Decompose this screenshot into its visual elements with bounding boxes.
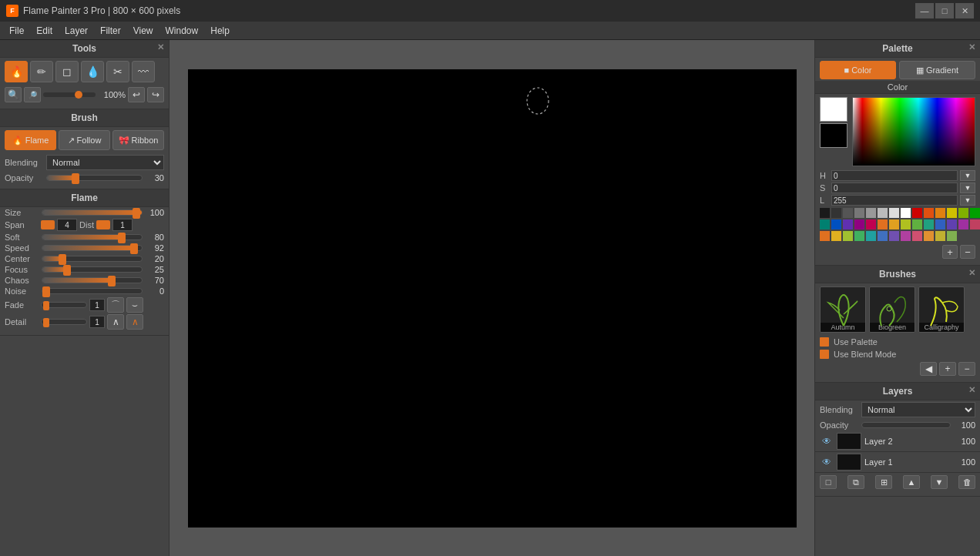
brush-add-btn[interactable]: +	[939, 362, 956, 376]
new-layer-btn[interactable]: □	[820, 475, 837, 489]
color-swatch[interactable]	[935, 219, 945, 229]
brush-remove-btn[interactable]: −	[958, 362, 975, 376]
canvas-area[interactable]	[169, 40, 814, 556]
color-swatch[interactable]	[854, 208, 864, 218]
close-button[interactable]: ✕	[955, 3, 974, 18]
color-swatch[interactable]	[947, 219, 957, 229]
brush-prev-btn[interactable]: ◀	[920, 362, 937, 376]
blending-select[interactable]: Normal	[46, 155, 164, 170]
color-swatch[interactable]	[866, 231, 876, 241]
wave-tool-btn[interactable]: 〰	[132, 61, 155, 82]
palette-close[interactable]: ✕	[968, 42, 975, 52]
s-down-btn[interactable]: ▼	[960, 183, 975, 193]
color-swatch[interactable]	[889, 219, 899, 229]
color-swatch[interactable]	[958, 208, 968, 218]
maximize-button[interactable]: □	[935, 3, 954, 18]
fade-curve-btn2[interactable]: ⌣	[126, 297, 143, 313]
color-swatch[interactable]	[854, 219, 864, 229]
color-swatch[interactable]	[820, 208, 830, 218]
color-swatch[interactable]	[901, 219, 911, 229]
l-down-btn[interactable]: ▼	[960, 195, 975, 206]
detail-slider[interactable]	[41, 319, 87, 325]
gradient-tab-btn[interactable]: ▦ Gradient	[899, 61, 975, 79]
l-input[interactable]	[831, 195, 958, 206]
detail-curve-btn1[interactable]: ∧	[107, 314, 124, 330]
color-swatch[interactable]	[889, 231, 899, 241]
span-mini-slider[interactable]	[41, 220, 55, 229]
color-swatch[interactable]	[912, 231, 922, 241]
soft-slider[interactable]	[42, 234, 143, 240]
opacity-slider[interactable]	[46, 175, 143, 181]
center-slider[interactable]	[42, 256, 143, 262]
eraser-tool-btn[interactable]: ◻	[55, 61, 79, 82]
color-swatch[interactable]	[947, 208, 957, 218]
foreground-swatch[interactable]	[820, 97, 847, 122]
color-swatch[interactable]	[820, 231, 830, 241]
h-input[interactable]	[831, 170, 958, 181]
color-swatch[interactable]	[878, 231, 888, 241]
color-swatch[interactable]	[820, 219, 830, 229]
tools-close[interactable]: ✕	[157, 42, 164, 52]
menu-view[interactable]: View	[127, 24, 159, 38]
color-swatch[interactable]	[831, 219, 841, 229]
color-swatch[interactable]	[924, 219, 934, 229]
color-swatch[interactable]	[912, 208, 922, 218]
color-picker[interactable]	[852, 97, 975, 166]
color-swatch[interactable]	[866, 219, 876, 229]
color-swatch[interactable]	[889, 208, 899, 218]
detail-curve-btn2[interactable]: ∧	[126, 314, 143, 330]
layers-close[interactable]: ✕	[968, 385, 975, 395]
redo-btn[interactable]: ↪	[147, 87, 164, 102]
layers-opacity-slider[interactable]	[861, 422, 951, 428]
undo-btn[interactable]: ↩	[128, 87, 145, 102]
color-swatch[interactable]	[924, 231, 934, 241]
focus-slider[interactable]	[42, 266, 143, 273]
color-swatch[interactable]	[935, 208, 945, 218]
dropper-tool-btn[interactable]: 💧	[81, 61, 104, 82]
speed-slider[interactable]	[42, 245, 143, 251]
color-swatch[interactable]	[901, 231, 911, 241]
size-slider[interactable]	[42, 209, 143, 216]
color-swatch[interactable]	[901, 208, 911, 218]
color-swatch[interactable]	[958, 219, 968, 229]
fade-slider[interactable]	[41, 302, 87, 308]
layers-blend-select[interactable]: Normal	[861, 402, 975, 417]
flame-mode-btn[interactable]: 🔥 Flame	[5, 130, 56, 150]
menu-layer[interactable]: Layer	[59, 24, 94, 38]
color-swatch[interactable]	[843, 208, 853, 218]
color-swatch[interactable]	[935, 231, 945, 241]
drawing-canvas[interactable]	[188, 69, 797, 528]
noise-slider[interactable]	[42, 288, 143, 294]
color-swatch[interactable]	[970, 208, 980, 218]
zoom-out-btn[interactable]: 🔍	[5, 87, 22, 102]
move-down-btn[interactable]: ▼	[931, 475, 948, 489]
color-swatch[interactable]	[831, 208, 841, 218]
color-swatch[interactable]	[878, 219, 888, 229]
move-up-btn[interactable]: ▲	[903, 475, 920, 489]
menu-edit[interactable]: Edit	[30, 24, 59, 38]
minimize-button[interactable]: —	[915, 3, 934, 18]
fade-curve-btn1[interactable]: ⌒	[107, 297, 124, 313]
menu-filter[interactable]: Filter	[94, 24, 127, 38]
color-swatch[interactable]	[912, 219, 922, 229]
brushes-close[interactable]: ✕	[968, 268, 975, 278]
zoom-in-btn[interactable]: 🔎	[24, 87, 41, 102]
layer2-eye-btn[interactable]: 👁	[820, 435, 834, 447]
color-tab-btn[interactable]: ■ Color	[820, 61, 896, 79]
transform-tool-btn[interactable]: ✂	[106, 61, 129, 82]
brush-biogreen[interactable]: Biogreen	[869, 286, 915, 333]
s-input[interactable]	[831, 183, 958, 193]
merge-layer-btn[interactable]: ⊞	[875, 475, 892, 489]
menu-file[interactable]: File	[3, 24, 30, 38]
spectrum-gradient[interactable]	[852, 97, 975, 166]
add-color-btn[interactable]: +	[942, 245, 958, 259]
dup-layer-btn[interactable]: ⧉	[847, 475, 864, 489]
delete-layer-btn[interactable]: 🗑	[958, 475, 975, 489]
color-swatch[interactable]	[970, 219, 980, 229]
menu-window[interactable]: Window	[159, 24, 205, 38]
color-swatch[interactable]	[878, 208, 888, 218]
color-swatch[interactable]	[947, 231, 957, 241]
color-swatch[interactable]	[924, 208, 934, 218]
follow-mode-btn[interactable]: ↗ Follow	[59, 130, 110, 150]
brush-calligraphy[interactable]: Calligraphy	[918, 286, 965, 333]
